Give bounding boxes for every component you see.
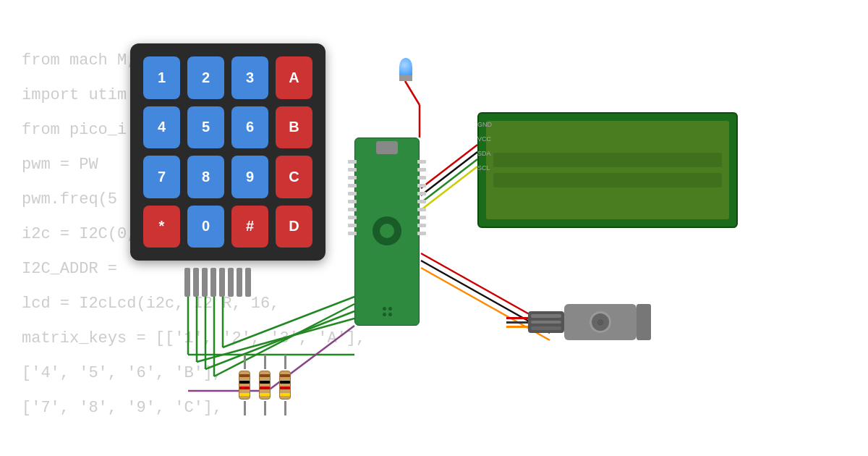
keypad-key-5[interactable]: 5 — [187, 106, 224, 149]
resistors — [239, 355, 291, 415]
keypad-key-a[interactable]: A — [276, 56, 312, 99]
pico-logo — [373, 216, 401, 245]
keypad-key-7[interactable]: 7 — [143, 156, 180, 198]
servo-wire-red — [506, 317, 528, 319]
servo-wire-orange — [506, 326, 528, 328]
keypad-key-3[interactable]: 3 — [231, 56, 268, 99]
servo-wires — [506, 317, 528, 328]
led-component — [399, 58, 412, 81]
keypad-key-d[interactable]: D — [276, 206, 312, 248]
servo-gear-icon: ⊗ — [590, 311, 611, 333]
keypad-key-4[interactable]: 4 — [143, 106, 180, 149]
lcd-label-vcc: VCC — [477, 135, 492, 143]
servo-motor: ⊗ — [506, 304, 651, 340]
lcd-label-sda: SDA — [477, 150, 492, 157]
resistor-3 — [279, 355, 291, 415]
resistor-1 — [239, 355, 250, 415]
raspberry-pi-pico — [354, 138, 420, 326]
keypad-key-#[interactable]: # — [231, 206, 268, 248]
keypad-key-6[interactable]: 6 — [231, 106, 268, 149]
keypad-key-c[interactable]: C — [276, 156, 312, 198]
lcd-display — [477, 112, 738, 228]
keypad-key-b[interactable]: B — [276, 106, 312, 149]
lcd-label-scl: SCL — [477, 164, 492, 172]
pico-right-pins — [417, 160, 426, 235]
pico-debug-dots — [383, 307, 392, 316]
keypad: 123A456B789C*0#D — [130, 43, 326, 261]
servo-wire-black — [506, 321, 528, 324]
pico-left-pins — [348, 160, 357, 235]
keypad-key-1[interactable]: 1 — [143, 56, 180, 99]
keypad-key-8[interactable]: 8 — [187, 156, 224, 198]
lcd-screen — [486, 121, 729, 219]
servo-mount — [637, 304, 651, 340]
keypad-key-2[interactable]: 2 — [187, 56, 224, 99]
keypad-key-9[interactable]: 9 — [231, 156, 268, 198]
servo-connector — [528, 311, 564, 333]
servo-body: ⊗ — [564, 304, 637, 340]
keypad-connector — [184, 268, 251, 297]
keypad-key-0[interactable]: 0 — [187, 206, 224, 248]
resistor-2 — [259, 355, 271, 415]
lcd-label-gnd: GND — [477, 121, 492, 128]
circuit-diagram: 123A456B789C*0#D — [0, 0, 868, 456]
lcd-labels: GND VCC SDA SCL — [475, 112, 494, 180]
keypad-key-*[interactable]: * — [143, 206, 180, 248]
pico-usb-port — [376, 141, 398, 154]
